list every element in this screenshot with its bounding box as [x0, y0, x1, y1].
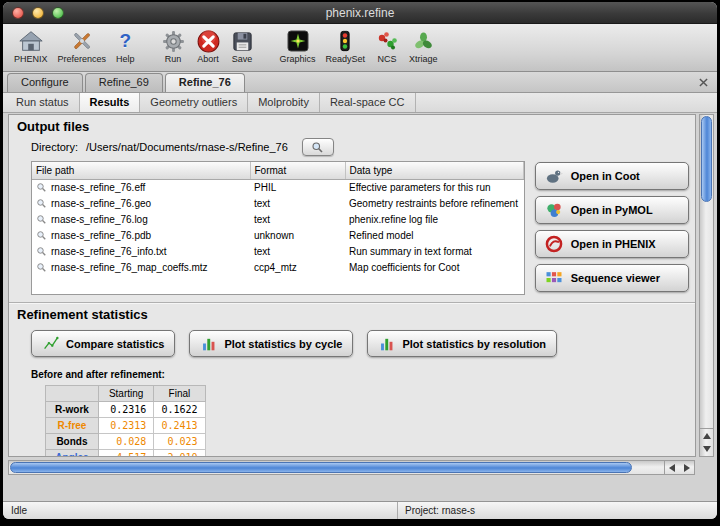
- table-row[interactable]: rnase-s_refine_76.pdb unknown Refined mo…: [32, 227, 523, 243]
- statistics-buttons: Compare statistics Plot statistics by cy…: [9, 324, 695, 357]
- stat-starting-value: 0.028: [98, 434, 153, 450]
- file-path: rnase-s_refine_76.geo: [51, 198, 151, 209]
- toolbar-label: ReadySet: [326, 54, 366, 64]
- zoom-window-button[interactable]: [52, 7, 64, 19]
- toolbar-preferences-button[interactable]: Preferences: [53, 27, 112, 64]
- tab-configure[interactable]: Configure: [7, 73, 83, 92]
- tab-refine-69[interactable]: Refine_69: [85, 73, 163, 92]
- phenix-refine-window: phenix.refine PHENIX Preferences ? Help …: [3, 2, 717, 519]
- toolbar-label: Preferences: [58, 54, 107, 64]
- magnifier-icon: [36, 262, 47, 273]
- vertical-scrollbar[interactable]: [699, 114, 714, 457]
- stat-starting-value: 4.517: [98, 450, 153, 458]
- directory-label: Directory:: [31, 141, 78, 153]
- subtab-results[interactable]: Results: [79, 93, 141, 112]
- subtab-real-space-cc[interactable]: Real-space CC: [320, 93, 416, 112]
- file-format: text: [250, 195, 345, 211]
- output-files-area: File path Format Data type rnase-s_refin…: [9, 158, 695, 295]
- output-files-table: File path Format Data type rnase-s_refin…: [31, 161, 525, 295]
- table-row[interactable]: rnase-s_refine_76.geo text Geometry rest…: [32, 195, 523, 211]
- vertical-scrollbar-thumb[interactable]: [701, 116, 712, 202]
- stats-row-angles: Angles 4.517 2.010: [46, 450, 206, 458]
- scroll-right-arrow-icon[interactable]: [684, 464, 690, 472]
- horizontal-scrollbar[interactable]: [8, 460, 695, 475]
- column-header-format[interactable]: Format: [250, 162, 345, 179]
- stats-column-starting: Starting: [98, 386, 153, 402]
- toolbar-phenix-button[interactable]: PHENIX: [9, 27, 53, 64]
- stat-starting-value: 0.2316: [98, 402, 153, 418]
- window-controls: [12, 7, 64, 19]
- toolbar-label: NCS: [378, 54, 397, 64]
- table-row[interactable]: rnase-s_refine_76.log text phenix.refine…: [32, 211, 523, 227]
- toolbar-label: Help: [116, 54, 135, 64]
- traffic-light-icon: [334, 27, 356, 55]
- stat-final-value: 0.2413: [154, 418, 205, 434]
- toolbar-help-button[interactable]: ? Help: [111, 27, 140, 64]
- toolbar-ncs-button[interactable]: NCS: [370, 27, 404, 64]
- ncs-icon: [375, 27, 399, 55]
- file-datatype: Run summary in text format: [345, 243, 523, 259]
- table-row[interactable]: rnase-s_refine_76_info.txt text Run summ…: [32, 243, 523, 259]
- toolbar-label: Run: [165, 54, 182, 64]
- tools-icon: [70, 27, 94, 55]
- subtab-geometry-outliers[interactable]: Geometry outliers: [140, 93, 248, 112]
- scroll-left-arrow-icon[interactable]: [669, 464, 675, 472]
- status-bar: Idle Project: rnase-s: [3, 501, 717, 519]
- search-icon: [311, 141, 324, 154]
- stat-final-value: 2.010: [154, 450, 205, 458]
- stats-column-final: Final: [154, 386, 205, 402]
- file-format: PHIL: [250, 179, 345, 195]
- table-row[interactable]: rnase-s_refine_76.eff PHIL Effective par…: [32, 179, 523, 195]
- coot-bird-icon: [543, 166, 565, 186]
- toolbar-run-button[interactable]: Run: [156, 27, 191, 64]
- file-datatype: Map coefficients for Coot: [345, 259, 523, 275]
- table-row[interactable]: rnase-s_refine_76_map_coeffs.mtz ccp4_mt…: [32, 259, 523, 275]
- toolbar-readyset-button[interactable]: ReadySet: [321, 27, 371, 64]
- sequence-viewer-button[interactable]: Sequence viewer: [535, 264, 689, 292]
- minimize-window-button[interactable]: [32, 7, 44, 19]
- toolbar-save-button[interactable]: Save: [226, 27, 259, 64]
- toolbar-xtriage-button[interactable]: Xtriage: [404, 27, 443, 64]
- help-icon: ?: [120, 27, 132, 55]
- stat-label: Bonds: [46, 434, 99, 450]
- pymol-icon: [543, 200, 565, 220]
- viewer-buttons: Open in Coot Open in PyMOL Open in PHENI…: [535, 161, 689, 295]
- open-in-coot-button[interactable]: Open in Coot: [535, 162, 689, 190]
- column-header-file-path[interactable]: File path: [32, 162, 250, 179]
- tab-refine-76[interactable]: Refine_76: [165, 73, 245, 92]
- magnifier-icon: [36, 214, 47, 225]
- browse-directory-button[interactable]: [302, 138, 334, 156]
- magnifier-icon: [36, 230, 47, 241]
- file-format: ccp4_mtz: [250, 259, 345, 275]
- results-content: Output files Directory: /Users/nat/Docum…: [8, 114, 696, 457]
- open-in-pymol-button[interactable]: Open in PyMOL: [535, 196, 689, 224]
- window-title: phenix.refine: [3, 6, 717, 20]
- stat-final-value: 0.1622: [154, 402, 205, 418]
- sequence-icon: [543, 268, 565, 288]
- horizontal-scrollbar-buttons: [664, 461, 694, 474]
- save-icon: [231, 27, 254, 55]
- compare-statistics-button[interactable]: Compare statistics: [31, 330, 175, 357]
- open-in-phenix-button[interactable]: Open in PHENIX: [535, 230, 689, 258]
- plot-statistics-by-resolution-button[interactable]: Plot statistics by resolution: [367, 330, 557, 357]
- subtab-molprobity[interactable]: Molprobity: [248, 93, 320, 112]
- horizontal-scrollbar-thumb[interactable]: [10, 462, 632, 473]
- file-path: rnase-s_refine_76_info.txt: [51, 246, 167, 257]
- toolbar-abort-button[interactable]: Abort: [191, 27, 226, 64]
- file-path: rnase-s_refine_76_map_coeffs.mtz: [51, 262, 208, 273]
- file-datatype: Effective parameters for this run: [345, 179, 523, 195]
- tab-bar: Configure Refine_69 Refine_76: [3, 72, 717, 93]
- column-header-data-type[interactable]: Data type: [345, 162, 523, 179]
- scroll-up-arrow-icon[interactable]: [703, 433, 711, 439]
- refinement-statistics-heading: Refinement statistics: [9, 303, 695, 324]
- abort-icon: [196, 27, 221, 55]
- scroll-down-arrow-icon[interactable]: [703, 446, 711, 452]
- close-tab-icon[interactable]: [697, 76, 709, 88]
- stat-label: R-free: [46, 418, 99, 434]
- subtab-run-status[interactable]: Run status: [6, 93, 80, 112]
- file-path: rnase-s_refine_76.pdb: [51, 230, 151, 241]
- close-window-button[interactable]: [12, 7, 24, 19]
- plot-statistics-by-cycle-button[interactable]: Plot statistics by cycle: [189, 330, 353, 357]
- toolbar-graphics-button[interactable]: Graphics: [275, 27, 321, 64]
- output-files-heading: Output files: [9, 115, 695, 136]
